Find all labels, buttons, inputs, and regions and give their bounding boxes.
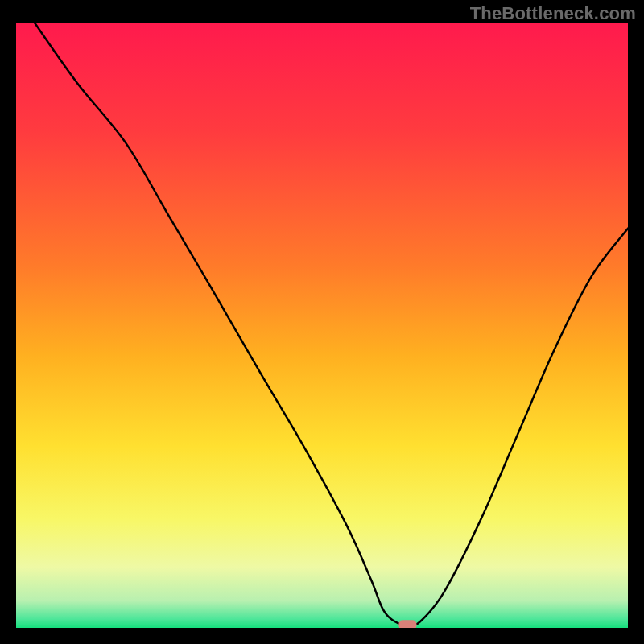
chart-svg [16,23,628,628]
optimal-marker [398,620,416,628]
plot-area [16,23,628,628]
gradient-background [16,23,628,628]
watermark-text: TheBottleneck.com [470,3,636,24]
chart-frame: TheBottleneck.com [0,0,644,644]
